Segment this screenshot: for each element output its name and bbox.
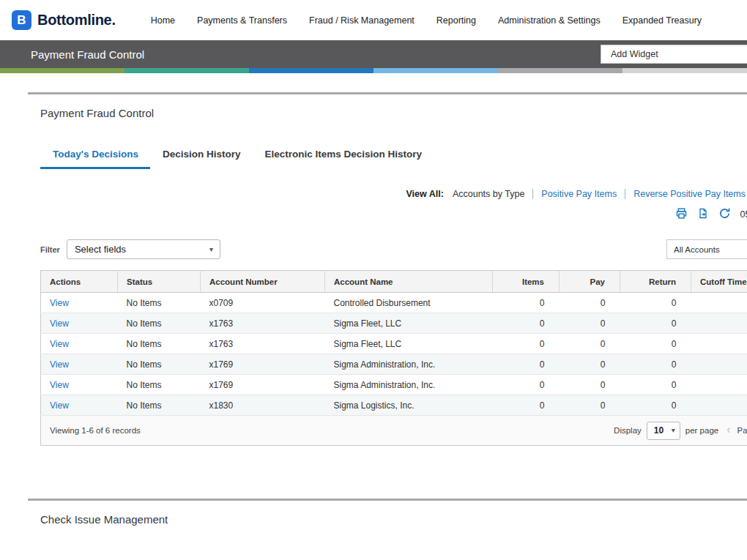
- nav-item-reporting[interactable]: Reporting: [436, 15, 476, 26]
- view-link[interactable]: View: [50, 359, 69, 370]
- view-link[interactable]: View: [50, 339, 69, 349]
- date-text: 05/: [740, 209, 747, 220]
- filter-row: Filter Select fields ▾ All Accounts: [40, 239, 747, 259]
- column-header-actions: Actions: [41, 271, 118, 293]
- account-number-cell: x1769: [201, 375, 325, 395]
- page-title: Payment Fraud Control: [31, 48, 144, 61]
- status-cell: No Items: [118, 313, 201, 334]
- column-header-account-number: Account Number: [201, 271, 325, 293]
- chevron-left-icon[interactable]: ‹: [726, 424, 730, 436]
- column-header-items: Items: [493, 271, 560, 293]
- tab-decision-history[interactable]: Decision History: [150, 149, 253, 169]
- color-strip-segment: [249, 68, 374, 73]
- pay-cell: 0: [560, 375, 620, 395]
- pay-cell: 0: [560, 395, 620, 416]
- view-link[interactable]: View: [50, 318, 69, 329]
- view-all-label: View All:: [406, 189, 443, 199]
- return-cell: 0: [620, 354, 691, 375]
- separator: [625, 189, 625, 199]
- print-button[interactable]: [675, 207, 688, 222]
- table-footer: Viewing 1-6 of 6 records Display 10 ▾ pe…: [40, 416, 747, 446]
- table-row: View No Items x1769 Sigma Administration…: [41, 354, 747, 375]
- add-widget-button[interactable]: Add Widget: [601, 45, 747, 64]
- status-cell: No Items: [118, 334, 201, 354]
- filter-fields-select[interactable]: Select fields ▾: [67, 239, 220, 259]
- page-header-bar: Payment Fraud Control Add Widget: [0, 40, 747, 68]
- bottomline-logo-icon: B: [12, 10, 31, 30]
- column-header-cutoff-time: Cutoff Time: [691, 271, 747, 293]
- return-cell: 0: [620, 313, 691, 334]
- cutoff-time-cell: [691, 375, 747, 395]
- account-name-cell: Controlled Disbursement: [325, 293, 493, 313]
- items-cell: 0: [493, 334, 560, 354]
- account-number-cell: x1769: [201, 354, 325, 375]
- color-strip-segment: [498, 68, 622, 73]
- widget-toolbar: 05/: [0, 207, 747, 222]
- nav-item-fraud-risk[interactable]: Fraud / Risk Management: [309, 15, 415, 26]
- account-number-cell: x0709: [201, 293, 325, 313]
- account-name-cell: Sigma Logistics, Inc.: [325, 395, 493, 416]
- nav-item-expanded-treasury[interactable]: Expanded Treasury: [622, 15, 702, 26]
- items-cell: 0: [493, 293, 560, 313]
- view-all-accounts-by-type[interactable]: Accounts by Type: [453, 189, 524, 199]
- export-button[interactable]: [697, 207, 709, 222]
- column-header-status: Status: [118, 271, 201, 293]
- table-row: View No Items x1763 Sigma Fleet, LLC 0 0…: [41, 334, 747, 354]
- tab-electronic-items-decision-history[interactable]: Electronic Items Decision History: [253, 149, 434, 169]
- bottomline-logo-text: Bottomline.: [37, 12, 116, 29]
- view-all-reverse-positive-pay-items[interactable]: Reverse Positive Pay Items: [633, 189, 746, 199]
- status-cell: No Items: [118, 293, 201, 313]
- view-link[interactable]: View: [50, 400, 69, 411]
- nav-item-admin-settings[interactable]: Administration & Settings: [498, 15, 601, 26]
- items-cell: 0: [493, 354, 560, 375]
- color-strip-segment: [0, 68, 124, 73]
- color-strip-segment: [622, 68, 747, 73]
- cutoff-time-cell: [691, 293, 747, 313]
- account-name-cell: Sigma Administration, Inc.: [325, 375, 493, 395]
- bottomline-logo[interactable]: B Bottomline.: [12, 10, 116, 30]
- column-header-pay: Pay: [560, 271, 620, 293]
- view-link[interactable]: View: [50, 380, 69, 390]
- return-cell: 0: [620, 334, 691, 354]
- refresh-button[interactable]: [718, 207, 731, 222]
- display-label: Display: [614, 426, 642, 435]
- account-number-cell: x1763: [201, 313, 325, 334]
- per-page-select[interactable]: 10 ▾: [647, 422, 680, 440]
- tab-todays-decisions[interactable]: Today's Decisions: [40, 149, 150, 169]
- cutoff-time-cell: [691, 395, 747, 416]
- cutoff-time-cell: [691, 313, 747, 334]
- widget-tabs: Today's Decisions Decision History Elect…: [40, 149, 747, 169]
- table-row: View No Items x1763 Sigma Fleet, LLC 0 0…: [41, 313, 747, 334]
- status-cell: No Items: [118, 354, 201, 375]
- accounts-filter-select[interactable]: All Accounts: [666, 239, 747, 259]
- accounts-filter-value: All Accounts: [674, 245, 720, 254]
- color-strip: [0, 68, 747, 73]
- table-header-row: Actions Status Account Number Account Na…: [41, 271, 747, 293]
- per-page-value: 10: [654, 425, 664, 436]
- page-label: Pag: [737, 426, 747, 435]
- nav-item-home[interactable]: Home: [151, 15, 175, 26]
- chevron-down-icon: ▾: [672, 426, 675, 434]
- cutoff-time-cell: [691, 334, 747, 354]
- return-cell: 0: [620, 395, 691, 416]
- payment-fraud-widget: Payment Fraud Control Today's Decisions …: [0, 107, 747, 446]
- nav-item-payments-transfers[interactable]: Payments & Transfers: [197, 15, 287, 26]
- view-link[interactable]: View: [50, 298, 69, 308]
- records-count: Viewing 1-6 of 6 records: [50, 426, 141, 435]
- account-name-cell: Sigma Fleet, LLC: [325, 334, 493, 354]
- check-issue-title: Check Issue Management: [40, 513, 747, 526]
- view-all-row: View All: Accounts by Type Positive Pay …: [0, 189, 746, 199]
- items-cell: 0: [493, 313, 560, 334]
- separator: [532, 189, 533, 199]
- account-name-cell: Sigma Fleet, LLC: [325, 313, 493, 334]
- filter-fields-value: Select fields: [75, 244, 126, 255]
- export-icon: [697, 207, 709, 222]
- pay-cell: 0: [560, 293, 620, 313]
- decisions-table: Actions Status Account Number Account Na…: [40, 270, 747, 416]
- return-cell: 0: [620, 375, 691, 395]
- view-all-positive-pay-items[interactable]: Positive Pay Items: [541, 189, 617, 199]
- items-cell: 0: [493, 395, 560, 416]
- table-row: View No Items x0709 Controlled Disbursem…: [41, 293, 747, 313]
- chevron-down-icon: ▾: [209, 245, 213, 253]
- pay-cell: 0: [560, 313, 620, 334]
